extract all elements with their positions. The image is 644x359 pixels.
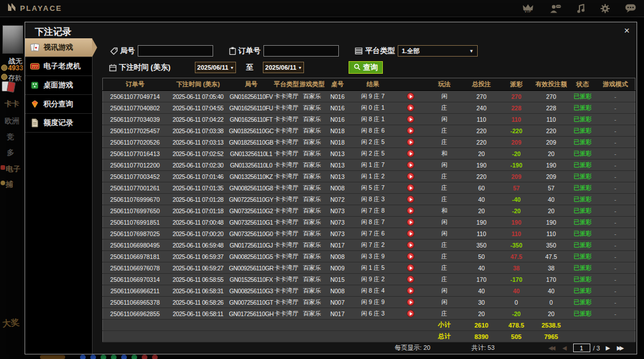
cell: 闲 8 庄 7 bbox=[350, 217, 396, 228]
cell: 百家乐 bbox=[299, 217, 325, 228]
vip-crown-icon[interactable]: VIP bbox=[522, 4, 534, 13]
status-cell: 已派彩 bbox=[570, 297, 596, 308]
music-icon[interactable] bbox=[577, 4, 585, 13]
replay-cell bbox=[396, 114, 426, 125]
to-label: 至 bbox=[246, 62, 253, 73]
page-input[interactable] bbox=[573, 344, 590, 352]
customer-service-icon[interactable] bbox=[549, 4, 561, 13]
first-page-icon[interactable]: ◀◀ bbox=[549, 345, 554, 351]
cell: 220 bbox=[463, 171, 500, 182]
cell: N008 bbox=[325, 285, 350, 297]
replay-video-button[interactable] bbox=[407, 127, 414, 134]
replay-video-button[interactable] bbox=[407, 161, 414, 169]
table-row: 2506110769870252025-06-11 07:00:20GN0732… bbox=[103, 228, 635, 240]
date-from-picker[interactable]: 2025/06/11 ▼ bbox=[195, 62, 236, 73]
cell: 卡卡湾厅 bbox=[274, 205, 299, 217]
payout-cell: 209 bbox=[500, 171, 533, 182]
cell: 110 bbox=[533, 228, 570, 240]
replay-video-button[interactable] bbox=[407, 298, 414, 306]
game-mode-cell: - bbox=[596, 274, 635, 285]
cell: 庄 bbox=[426, 182, 463, 194]
replay-video-button[interactable] bbox=[407, 196, 414, 203]
game-mode-cell: - bbox=[596, 240, 635, 251]
cell: N015 bbox=[325, 274, 350, 285]
replay-video-button[interactable] bbox=[407, 93, 414, 100]
replay-video-button[interactable] bbox=[407, 150, 414, 157]
replay-cell bbox=[396, 308, 426, 320]
cell: 卡卡湾厅 bbox=[274, 297, 299, 308]
date-to-picker[interactable]: 2025/06/11 ▼ bbox=[263, 62, 304, 73]
replay-video-button[interactable] bbox=[407, 207, 414, 214]
tag-icon bbox=[110, 47, 118, 55]
cell: 闲 bbox=[426, 159, 463, 171]
replay-video-button[interactable] bbox=[407, 310, 414, 317]
chat-bubble-icon[interactable] bbox=[625, 4, 636, 13]
replay-video-button[interactable] bbox=[407, 287, 414, 294]
game-mode-cell: - bbox=[596, 205, 635, 217]
cell: 250611076997650 bbox=[103, 205, 167, 217]
sidebar-item-quota-records[interactable]: 额度记录 bbox=[25, 114, 92, 133]
table-row: 2506110769976502025-06-11 07:01:18GN0732… bbox=[103, 205, 635, 217]
replay-video-button[interactable] bbox=[407, 264, 414, 272]
cell: 闲 5 庄 7 bbox=[350, 182, 396, 194]
replay-video-button[interactable] bbox=[407, 104, 414, 111]
replay-video-button[interactable] bbox=[407, 218, 414, 226]
sidebar-item-table-games[interactable]: 桌面游戏 bbox=[25, 76, 92, 95]
replay-cell bbox=[396, 240, 426, 251]
cell: 110 bbox=[463, 114, 500, 125]
settings-gear-icon[interactable] bbox=[601, 4, 610, 13]
replay-video-button[interactable] bbox=[407, 184, 414, 192]
replay-video-button[interactable] bbox=[407, 173, 414, 180]
payout-cell: 228 bbox=[500, 102, 533, 114]
table-row: 2506110770122002025-06-11 07:02:30GN0132… bbox=[103, 159, 635, 171]
cell: 250611066970314 bbox=[103, 274, 167, 285]
last-page-icon[interactable]: ▶▶ bbox=[617, 345, 622, 351]
replay-video-button[interactable] bbox=[407, 138, 414, 146]
cell: 卡卡湾厅 bbox=[274, 171, 299, 182]
total-count-label: 共计: 53 bbox=[471, 344, 494, 352]
cell: 170 bbox=[463, 274, 500, 285]
cell: N013 bbox=[325, 159, 350, 171]
cell: 60 bbox=[463, 182, 500, 194]
cell: 2025-06-11 07:01:28 bbox=[167, 194, 229, 205]
cell: GN072256110GY bbox=[229, 194, 274, 205]
cell: 20 bbox=[533, 308, 570, 320]
sidebar-item-slot-machine[interactable]: 777电子老虎机 bbox=[25, 57, 92, 76]
replay-cell bbox=[396, 205, 426, 217]
cell: 卡卡湾厅 bbox=[274, 262, 299, 274]
cell: 228 bbox=[533, 102, 570, 114]
replay-video-button[interactable] bbox=[407, 276, 414, 283]
replay-video-button[interactable] bbox=[407, 241, 414, 249]
replay-video-button[interactable] bbox=[407, 115, 414, 123]
search-button[interactable]: 查询 bbox=[349, 61, 383, 74]
sidebar-item-points-query[interactable]: 积分查询 bbox=[25, 95, 92, 114]
round-input[interactable] bbox=[138, 45, 213, 57]
status-cell: 已派彩 bbox=[570, 285, 596, 297]
cell: 190 bbox=[463, 217, 500, 228]
status-cell: 已派彩 bbox=[570, 240, 596, 251]
replay-video-button[interactable] bbox=[407, 253, 414, 260]
next-page-icon[interactable]: ▶ bbox=[606, 345, 610, 351]
cell: 240 bbox=[463, 102, 500, 114]
payout-cell: -20 bbox=[500, 205, 533, 217]
clipboard-icon bbox=[229, 47, 236, 55]
cell: 卡卡湾厅 bbox=[274, 114, 299, 125]
cell: 190 bbox=[463, 159, 500, 171]
close-icon[interactable]: × bbox=[624, 26, 630, 35]
cell: N018 bbox=[325, 125, 350, 137]
order-input[interactable] bbox=[263, 45, 339, 57]
prev-page-icon[interactable]: ◀ bbox=[562, 345, 567, 351]
cell: 庄 bbox=[426, 102, 463, 114]
total-cell: 478.5 bbox=[500, 320, 533, 331]
cell: 250611066965378 bbox=[103, 297, 167, 308]
status-cell: 已派彩 bbox=[570, 171, 596, 182]
replay-video-button[interactable] bbox=[407, 230, 414, 237]
background-nav-item: 卡卡 bbox=[5, 99, 19, 109]
cell: 2025-06-11 07:05:40 bbox=[167, 91, 229, 102]
platform-select[interactable]: 1.全部 ▼ bbox=[398, 45, 478, 57]
sidebar-item-video-games[interactable]: ♥视讯游戏 bbox=[25, 38, 92, 57]
cell: 47.5 bbox=[533, 251, 570, 262]
cell: 闲 bbox=[426, 114, 463, 125]
table-row: 2506110770205262025-06-11 07:03:13GN0182… bbox=[103, 137, 635, 148]
cell: 190 bbox=[533, 217, 570, 228]
